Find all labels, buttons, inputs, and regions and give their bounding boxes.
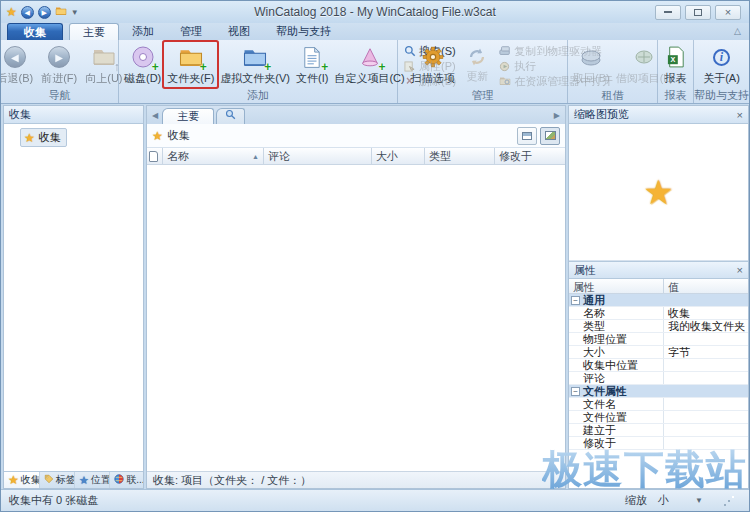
property-row[interactable]: 物理位置: [569, 333, 748, 346]
tab-collection[interactable]: ★ 收集: [4, 472, 40, 488]
property-group-row[interactable]: −文件属性: [569, 385, 748, 398]
about-button[interactable]: i 关于(A): [700, 42, 743, 87]
properties-button[interactable]: 属性(P): [400, 59, 459, 73]
main-panel: ◀ 主要 ▶ ★ 收集 名称 ▲ 评论 大小 类型: [146, 105, 566, 489]
tab-add[interactable]: 添加: [119, 23, 167, 40]
qat-dropdown-icon[interactable]: ▼: [71, 8, 79, 17]
update-button[interactable]: 更新: [461, 42, 493, 85]
back-button[interactable]: ◀ 后退(B): [0, 42, 36, 87]
tab-help[interactable]: 帮助与支持: [263, 23, 344, 40]
qat-up-folder-icon[interactable]: [55, 6, 67, 18]
property-row[interactable]: 文件位置: [569, 411, 748, 424]
minimize-button[interactable]: [655, 5, 681, 20]
tab-contacts[interactable]: 联...: [110, 472, 143, 488]
document-tabbar: ◀ 主要 ▶: [147, 106, 565, 124]
delete-button[interactable]: × 删除(D): [400, 74, 459, 88]
forward-button[interactable]: ▶ 前进(F): [38, 42, 80, 87]
app-icon[interactable]: ★: [6, 6, 17, 18]
ribbon: ◀ 后退(B) ▶ 前进(F) ↑ 向上(U) 导航: [1, 40, 749, 104]
collection-tree[interactable]: ★ 收集: [4, 124, 143, 471]
property-row[interactable]: 收集中位置: [569, 359, 748, 372]
lend-item-icon: [631, 44, 657, 70]
globe-icon: [114, 474, 124, 486]
property-column-header[interactable]: 属性: [569, 279, 664, 293]
property-row[interactable]: 建立于: [569, 424, 748, 437]
file-menu-button[interactable]: 收集: [7, 23, 63, 40]
add-virtual-folder-button[interactable]: + 虚拟文件夹(V): [217, 42, 293, 87]
document-tab-main[interactable]: 主要: [162, 108, 214, 124]
column-size[interactable]: 大小: [372, 148, 425, 164]
resize-grip[interactable]: [723, 495, 735, 507]
status-text: 收集中有 0 张磁盘: [9, 493, 98, 508]
collection-tab-star-icon: ★: [8, 474, 19, 486]
take-back-button[interactable]: 取回(B): [570, 42, 613, 87]
group-label-navigation: 导航: [1, 89, 118, 103]
minimize-icon: [664, 11, 672, 13]
back-icon: ◀: [4, 46, 26, 68]
drive-copy-icon: [498, 45, 511, 58]
list-summary-text: 收集: 项目（文件夹： / 文件：）: [153, 473, 311, 488]
view-thumbnails-button[interactable]: [540, 127, 560, 145]
file-list[interactable]: [147, 165, 565, 471]
lend-item-label: 借阅项目(L): [616, 71, 673, 86]
value-column-header[interactable]: 值: [664, 279, 748, 293]
add-folder-button[interactable]: + 文件夹(F): [164, 42, 217, 87]
restore-button[interactable]: [685, 5, 711, 20]
property-group-row[interactable]: −通用: [569, 294, 748, 307]
tab-tags[interactable]: 标签: [40, 472, 75, 488]
ribbon-collapse-icon[interactable]: △: [734, 26, 741, 36]
qat-back-icon[interactable]: ◀: [21, 6, 34, 19]
column-name[interactable]: 名称 ▲: [163, 148, 264, 164]
tab-scroll-left-icon[interactable]: ◀: [150, 111, 160, 120]
column-comments-label: 评论: [268, 149, 290, 164]
properties-close-icon[interactable]: ×: [737, 264, 743, 276]
about-label: 关于(A): [703, 71, 740, 86]
close-button[interactable]: ×: [715, 5, 741, 20]
add-disk-button[interactable]: + 磁盘(D): [121, 42, 164, 87]
tab-locations[interactable]: ★ 位置: [75, 472, 110, 488]
up-folder-icon: ↑: [91, 44, 117, 70]
column-comments[interactable]: 评论: [264, 148, 372, 164]
file-icon: +: [299, 44, 325, 70]
add-file-button[interactable]: + 文件(I): [293, 42, 331, 87]
column-file-type[interactable]: [147, 148, 163, 164]
tab-main[interactable]: 主要: [69, 23, 119, 40]
column-modified[interactable]: 修改于: [495, 148, 565, 164]
collapse-minus-icon[interactable]: −: [571, 387, 580, 396]
qat-forward-icon[interactable]: ▶: [38, 6, 51, 19]
explorer-folder-icon: [498, 75, 511, 88]
property-row[interactable]: 评论: [569, 372, 748, 385]
tag-icon: [44, 474, 54, 486]
thumbnail-panel-title: 缩略图预览: [574, 107, 629, 122]
refresh-icon: [464, 46, 490, 68]
add-custom-item-label: 自定义项目(C): [334, 71, 404, 86]
location-star-icon: ★: [79, 474, 89, 487]
properties-panel-header: 属性 ×: [569, 261, 748, 279]
title-bar[interactable]: ★ ◀ ▶ ▼ WinCatalog 2018 - My WinCatalog …: [1, 1, 749, 23]
property-row[interactable]: 修改于: [569, 437, 748, 450]
tab-scroll-right-icon[interactable]: ▶: [552, 111, 562, 120]
column-type-label: 类型: [429, 149, 451, 164]
left-panel-tabs: ★ 收集 标签 ★ 位置 联...: [4, 471, 143, 488]
list-summary-bar: 收集: 项目（文件夹： / 文件：）: [147, 471, 565, 488]
group-label-help: 帮助与支持: [694, 89, 749, 103]
tab-view[interactable]: 视图: [215, 23, 263, 40]
up-button[interactable]: ↑ 向上(U): [82, 42, 125, 87]
property-row[interactable]: 名称收集: [569, 307, 748, 320]
view-layout-button[interactable]: [517, 127, 537, 145]
collapse-minus-icon[interactable]: −: [571, 296, 580, 305]
add-custom-item-button[interactable]: + 自定义项目(C): [331, 42, 407, 87]
tree-item-collection[interactable]: ★ 收集: [20, 128, 67, 147]
properties-label: 属性(P): [419, 59, 456, 74]
thumbnail-close-icon[interactable]: ×: [737, 109, 743, 121]
quick-access-toolbar: ★ ◀ ▶ ▼: [1, 6, 121, 19]
zoom-select[interactable]: 小 ▼: [653, 491, 717, 510]
column-type[interactable]: 类型: [425, 148, 495, 164]
property-row[interactable]: 文件名: [569, 398, 748, 411]
property-row[interactable]: 大小字节: [569, 346, 748, 359]
property-row[interactable]: 类型我的收集文件夹: [569, 320, 748, 333]
tab-manage[interactable]: 管理: [167, 23, 215, 40]
status-bar: 收集中有 0 张磁盘 缩放 小 ▼: [1, 489, 749, 511]
group-label-lend: 租借: [568, 89, 657, 103]
document-tab-search[interactable]: [216, 108, 245, 124]
